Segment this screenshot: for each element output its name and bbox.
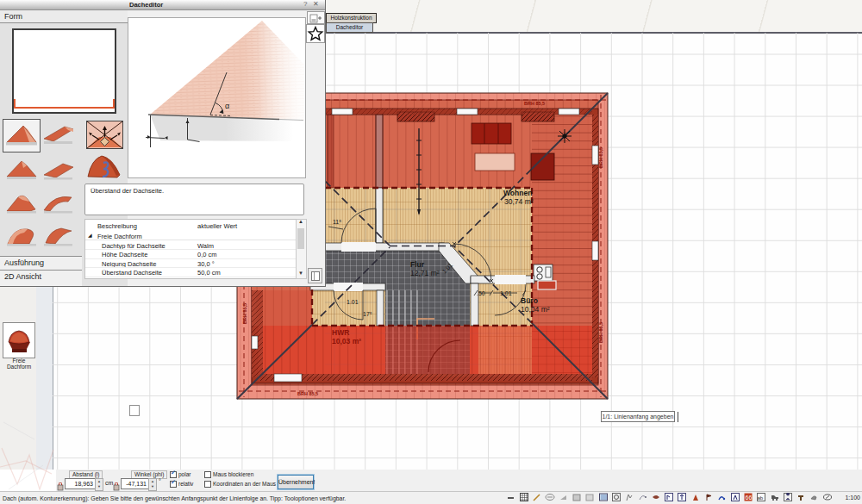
svg-text:30,74 m²: 30,74 m²: [504, 197, 534, 206]
svg-text:1.01: 1.01: [500, 290, 512, 296]
svg-text:12,71 m²: 12,71 m²: [410, 269, 440, 277]
svg-text:10,04 m²: 10,04 m²: [521, 305, 550, 314]
svg-text:1.01: 1.01: [347, 299, 359, 305]
svg-text:BRH 85,5: BRH 85,5: [242, 303, 247, 324]
svg-text:BRH 85,5: BRH 85,5: [598, 147, 603, 168]
svg-text:α: α: [225, 102, 229, 110]
svg-text:10,03 m²: 10,03 m²: [332, 337, 361, 345]
svg-text:11⁵: 11⁵: [333, 219, 341, 225]
svg-text:BRH 85,5: BRH 85,5: [598, 322, 603, 343]
svg-text:Wohnen: Wohnen: [503, 189, 532, 197]
svg-text:ab: ab: [758, 495, 764, 501]
svg-text:HWR: HWR: [332, 328, 349, 337]
svg-text:17⁵: 17⁵: [363, 311, 372, 317]
svg-text:Büro: Büro: [521, 296, 538, 305]
svg-text:Flur: Flur: [410, 260, 425, 269]
svg-text:66: 66: [746, 495, 753, 501]
svg-text:BRH 85,5: BRH 85,5: [524, 101, 545, 106]
svg-text:.50: .50: [477, 290, 485, 296]
svg-text:BRH 85,5: BRH 85,5: [297, 391, 318, 396]
